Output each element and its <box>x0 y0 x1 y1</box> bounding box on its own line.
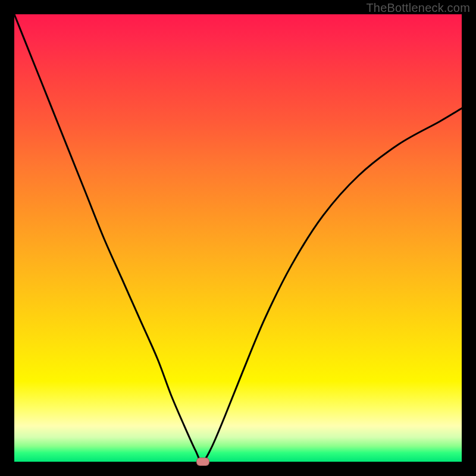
chart-frame: TheBottleneck.com <box>0 0 476 476</box>
watermark-text: TheBottleneck.com <box>366 1 470 15</box>
bottleneck-curve <box>14 14 462 462</box>
bottleneck-minimum-marker <box>196 458 209 466</box>
plot-area <box>14 14 462 462</box>
